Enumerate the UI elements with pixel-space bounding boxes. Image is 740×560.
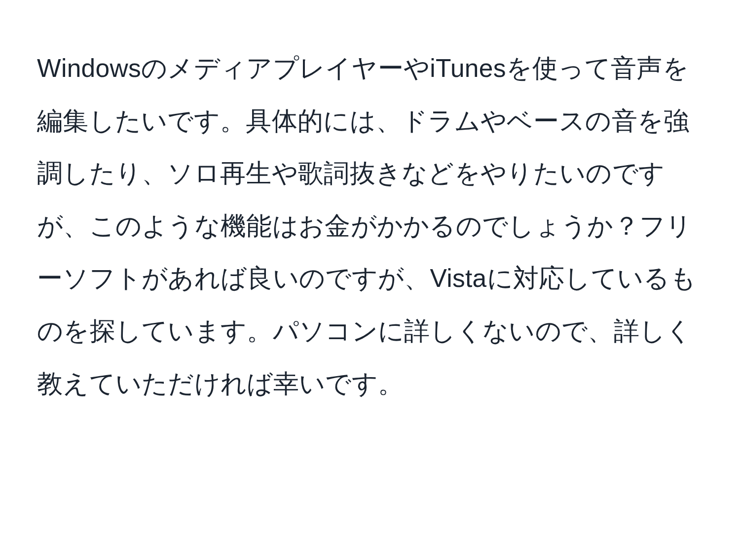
body-text: WindowsのメディアプレイヤーやiTunesを使って音声を編集したいです。具… [37, 42, 703, 410]
